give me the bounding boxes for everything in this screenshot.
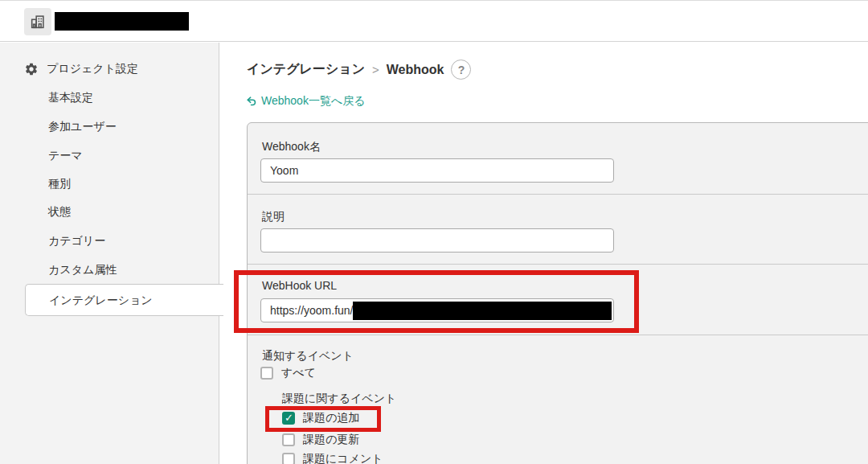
- event-row-issue-commented: 課題にコメント: [282, 452, 383, 464]
- checkbox-issue-created-label[interactable]: 課題の追加: [303, 411, 359, 425]
- redacted-url-suffix: [353, 302, 612, 320]
- building-icon: [29, 13, 47, 31]
- sidebar-header-label: プロジェクト設定: [47, 62, 138, 76]
- webhook-url-input[interactable]: https://yoom.fun/: [260, 298, 614, 322]
- row-separator: [248, 194, 868, 195]
- row-separator: [248, 335, 868, 335]
- sidebar-item-integrations-label: インテグレーション: [49, 294, 153, 308]
- webhook-url-label: WebHook URL: [262, 279, 337, 292]
- event-row-all: すべて: [260, 366, 316, 380]
- breadcrumb-integrations[interactable]: インテグレーション: [247, 61, 365, 78]
- back-arrow-icon: [246, 96, 257, 107]
- checkbox-issue-updated-label[interactable]: 課題の更新: [303, 433, 359, 447]
- event-row-issue-updated: 課題の更新: [282, 433, 359, 447]
- screen: プロジェクト設定 基本設定 参加ユーザー テーマ 種別 状態 カテゴリー カスタ…: [0, 0, 868, 464]
- back-to-webhook-list-link[interactable]: Webhook一覧へ戻る: [246, 94, 366, 109]
- webhook-form-card: Webhook名 説明 WebHook URL https://yoom.fun…: [247, 122, 868, 464]
- sidebar-item-basic-settings[interactable]: 基本設定: [48, 90, 93, 105]
- checkbox-issue-commented[interactable]: [282, 453, 295, 464]
- checkbox-issue-updated[interactable]: [282, 433, 295, 446]
- sidebar-header-project-settings: プロジェクト設定: [24, 62, 138, 76]
- issue-events-group-label: 課題に関するイベント: [282, 392, 396, 406]
- sidebar-item-members[interactable]: 参加ユーザー: [48, 119, 117, 133]
- checkbox-all-events[interactable]: [260, 367, 273, 380]
- sidebar-item-issue-types[interactable]: 種別: [48, 176, 71, 191]
- row-separator: [248, 264, 868, 265]
- gear-icon: [24, 62, 39, 76]
- description-label: 説明: [262, 210, 285, 224]
- webhook-url-value: https://yoom.fun/: [270, 304, 354, 317]
- top-bar: [0, 0, 868, 42]
- help-icon[interactable]: ?: [451, 60, 471, 80]
- checkbox-issue-commented-label[interactable]: 課題にコメント: [303, 452, 383, 464]
- space-logo-button[interactable]: [24, 8, 51, 35]
- breadcrumb-separator: >: [372, 63, 379, 76]
- breadcrumb-webhook: Webhook: [387, 63, 444, 77]
- event-row-issue-created: 課題の追加: [282, 411, 359, 425]
- sidebar: プロジェクト設定 基本設定 参加ユーザー テーマ 種別 状態 カテゴリー カスタ…: [0, 43, 219, 464]
- description-input[interactable]: [260, 228, 614, 253]
- webhook-name-label: Webhook名: [262, 140, 321, 154]
- sidebar-item-integrations[interactable]: インテグレーション: [25, 284, 223, 316]
- notify-events-label: 通知するイベント: [262, 349, 354, 363]
- webhook-name-input[interactable]: [260, 158, 614, 183]
- breadcrumb: インテグレーション > Webhook ?: [247, 60, 471, 80]
- sidebar-item-theme[interactable]: テーマ: [48, 148, 83, 162]
- redacted-space-name: [55, 12, 189, 31]
- back-link-label: Webhook一覧へ戻る: [261, 94, 366, 109]
- checkbox-all-events-label[interactable]: すべて: [281, 366, 316, 380]
- sidebar-item-custom-fields[interactable]: カスタム属性: [48, 262, 117, 277]
- sidebar-item-statuses[interactable]: 状態: [48, 204, 71, 219]
- sidebar-item-categories[interactable]: カテゴリー: [48, 233, 105, 248]
- checkbox-issue-created[interactable]: [282, 412, 295, 425]
